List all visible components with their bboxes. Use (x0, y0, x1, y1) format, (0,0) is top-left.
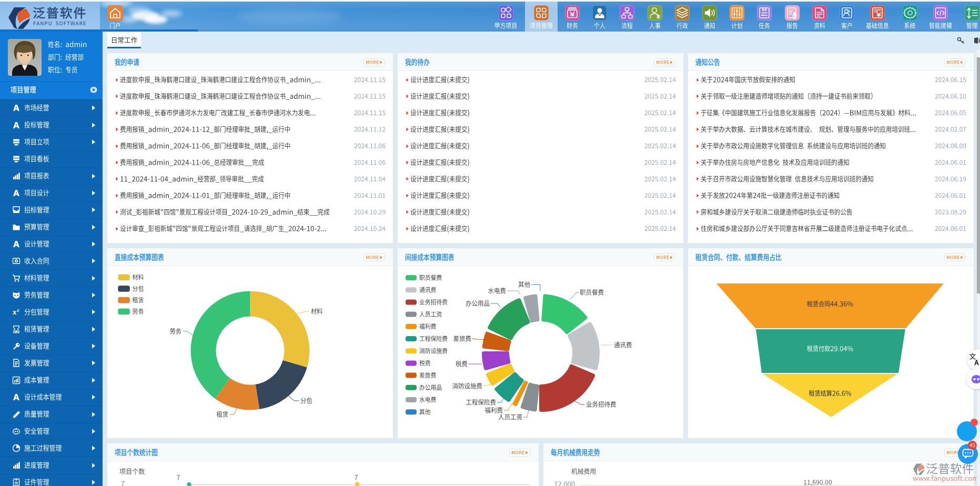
svg-text:2: 2 (17, 308, 19, 313)
svg-text:0: 0 (15, 259, 18, 264)
svg-text:x: x (13, 308, 17, 316)
